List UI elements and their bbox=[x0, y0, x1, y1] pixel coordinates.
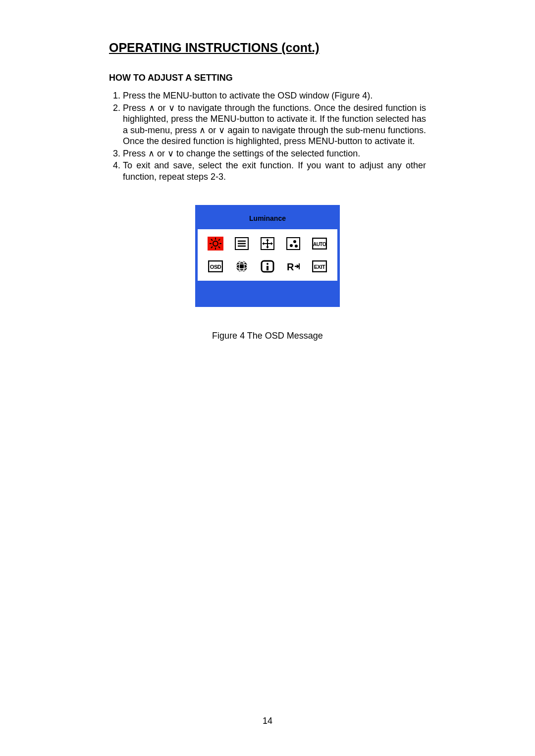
osd-window: Luminance bbox=[195, 205, 340, 307]
svg-marker-18 bbox=[266, 247, 269, 249]
color-icon bbox=[284, 236, 302, 251]
figure-caption: Figure 4 The OSD Message bbox=[109, 331, 426, 341]
page-number: 14 bbox=[0, 716, 535, 726]
osd-figure: Luminance bbox=[195, 205, 340, 307]
svg-marker-20 bbox=[271, 242, 273, 245]
svg-point-24 bbox=[295, 245, 298, 248]
svg-rect-21 bbox=[287, 238, 300, 250]
svg-text:AUTO: AUTO bbox=[313, 242, 326, 247]
svg-point-29 bbox=[236, 261, 247, 272]
svg-point-23 bbox=[290, 244, 293, 247]
reset-icon: R bbox=[284, 259, 302, 274]
svg-marker-17 bbox=[266, 239, 269, 241]
svg-text:R: R bbox=[287, 261, 294, 272]
svg-point-22 bbox=[293, 240, 296, 243]
svg-rect-34 bbox=[267, 266, 268, 270]
instruction-list: Press the MENU-button to activate the OS… bbox=[109, 90, 426, 182]
list-icon bbox=[233, 236, 251, 251]
luminance-icon bbox=[207, 236, 224, 251]
step-1: Press the MENU-button to activate the OS… bbox=[123, 90, 426, 101]
svg-text:EXIT: EXIT bbox=[314, 264, 325, 270]
osd-row-2: OSD bbox=[203, 259, 332, 274]
osd-title: Luminance bbox=[198, 207, 337, 229]
svg-point-33 bbox=[267, 263, 268, 265]
position-icon bbox=[259, 236, 276, 251]
exit-icon: EXIT bbox=[311, 259, 328, 274]
osd-setup-icon: OSD bbox=[207, 259, 224, 274]
info-icon bbox=[259, 259, 276, 274]
auto-icon: AUTO bbox=[311, 236, 328, 251]
page-title: OPERATING INSTRUCTIONS (cont.) bbox=[109, 41, 426, 55]
osd-row-1: AUTO bbox=[203, 236, 332, 251]
svg-text:OSD: OSD bbox=[210, 264, 221, 270]
step-2: Press ∧ or ∨ to navigate through the fun… bbox=[123, 102, 426, 147]
step-3: Press ∧ or ∨ to change the settings of t… bbox=[123, 148, 426, 159]
svg-marker-19 bbox=[262, 242, 264, 245]
globe-icon bbox=[233, 259, 251, 274]
section-heading: HOW TO ADJUST A SETTING bbox=[109, 73, 426, 83]
osd-icon-grid: AUTO OSD bbox=[198, 229, 337, 281]
osd-footer bbox=[198, 281, 337, 304]
step-4: To exit and save, select the exit functi… bbox=[123, 160, 426, 182]
page-content: OPERATING INSTRUCTIONS (cont.) HOW TO AD… bbox=[0, 0, 535, 341]
